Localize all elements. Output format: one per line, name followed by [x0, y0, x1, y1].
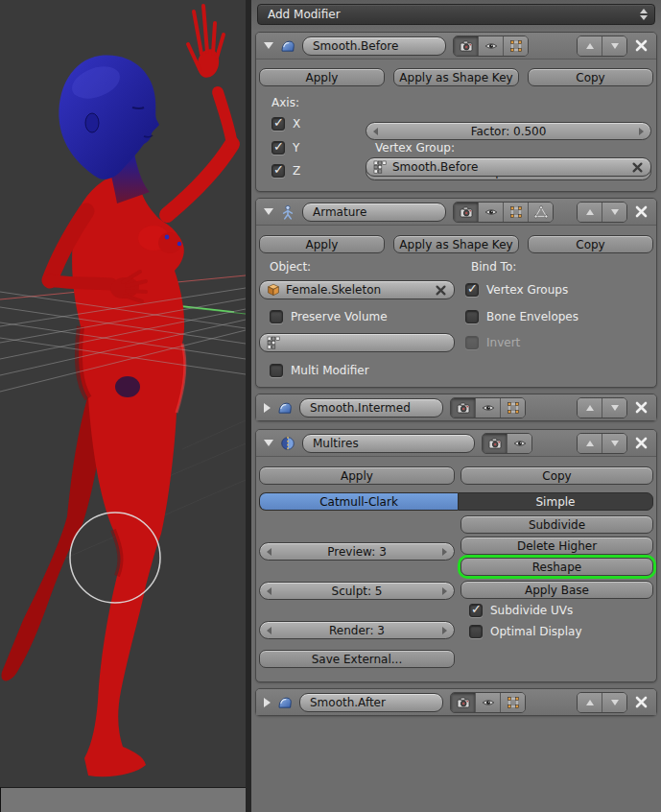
optimal-display-checkbox[interactable] [469, 625, 483, 638]
bone-envelopes-checkbox[interactable] [465, 310, 479, 323]
apply-as-shape-key-button[interactable]: Apply as Shape Key [393, 68, 519, 86]
viewport-3d[interactable] [0, 0, 246, 787]
up-arrow-icon [586, 209, 594, 215]
sculpt-slider[interactable]: Sculpt: 5 [259, 582, 455, 600]
down-arrow-icon [611, 43, 619, 49]
render-visibility-toggle[interactable] [483, 434, 507, 453]
object-field[interactable]: Female.Skeleton [259, 280, 455, 299]
apply-as-shape-key-button[interactable]: Apply as Shape Key [393, 235, 519, 253]
clear-object-button[interactable] [435, 284, 447, 297]
vertex-group-field[interactable]: Smooth.Before [366, 157, 651, 177]
vertex-group-value: Smooth.Before [392, 160, 478, 174]
reshape-button[interactable]: Reshape [460, 558, 653, 576]
axis-z-label: Z [293, 164, 300, 178]
editmode-display-toggle[interactable] [503, 203, 528, 222]
viewport-visibility-toggle[interactable] [478, 203, 503, 222]
move-up-button[interactable] [578, 434, 602, 453]
preserve-volume-checkbox[interactable] [270, 310, 283, 323]
collapse-toggle-icon[interactable] [264, 440, 273, 446]
modifier-header[interactable]: Armature [256, 199, 656, 226]
render-visibility-toggle[interactable] [451, 398, 475, 418]
viewport-header-bar[interactable] [0, 787, 246, 812]
apply-button[interactable]: Apply [259, 466, 455, 485]
slider-left-arrow-icon [267, 627, 271, 634]
apply-button[interactable]: Apply [259, 235, 385, 253]
multi-modifier-checkbox[interactable] [270, 364, 283, 377]
object-cube-icon [267, 283, 280, 297]
subdivide-button[interactable]: Subdivide [460, 515, 653, 534]
display-toggle-group [450, 692, 526, 713]
armature-vertex-group-field[interactable] [259, 333, 455, 352]
viewport-visibility-toggle[interactable] [478, 36, 503, 56]
delete-higher-button[interactable]: Delete Higher [460, 537, 653, 555]
eye-icon [484, 39, 498, 53]
factor-value: Factor: 0.500 [471, 125, 547, 138]
collapse-toggle-icon[interactable] [264, 42, 273, 49]
viewport-visibility-toggle[interactable] [507, 434, 531, 453]
move-down-button[interactable] [602, 203, 626, 222]
camera-icon [488, 437, 502, 450]
slider-left-arrow-icon [373, 128, 378, 135]
editmode-display-toggle[interactable] [500, 398, 525, 418]
render-visibility-toggle[interactable] [451, 693, 475, 712]
viewport-visibility-toggle[interactable] [475, 398, 500, 418]
modifier-name-field[interactable]: Smooth.Intermed [299, 398, 443, 418]
move-up-button[interactable] [578, 36, 602, 56]
move-up-button[interactable] [578, 203, 602, 222]
viewport-canvas[interactable] [0, 0, 246, 787]
move-down-button[interactable] [602, 36, 626, 56]
axis-x-checkbox[interactable] [271, 117, 285, 131]
optimal-display-label: Optimal Display [490, 625, 582, 638]
render-visibility-toggle[interactable] [454, 203, 478, 222]
save-external-button[interactable]: Save External... [259, 650, 455, 668]
modifier-name-field[interactable]: Smooth.Before [302, 36, 446, 56]
copy-button[interactable]: Copy [528, 68, 653, 86]
axis-y-checkbox[interactable] [271, 141, 285, 155]
editmode-display-toggle[interactable] [503, 36, 528, 56]
delete-modifier-button[interactable] [634, 695, 649, 709]
viewport-visibility-toggle[interactable] [475, 693, 500, 712]
move-down-button[interactable] [602, 434, 626, 453]
modifier-header[interactable]: Smooth.After [256, 689, 656, 715]
catmull-clark-option[interactable]: Catmull-Clark [259, 492, 458, 511]
move-modifier-group [577, 692, 627, 713]
invert-checkbox[interactable] [465, 336, 479, 349]
modifier-header[interactable]: Multires [256, 430, 656, 457]
copy-button[interactable]: Copy [460, 466, 653, 485]
on-cage-toggle[interactable] [528, 203, 553, 222]
apply-base-button[interactable]: Apply Base [460, 581, 653, 599]
preview-slider[interactable]: Preview: 3 [259, 542, 455, 561]
add-modifier-dropdown[interactable]: Add Modifier [257, 4, 655, 25]
clear-vertex-group-button[interactable] [631, 161, 644, 174]
subdivide-uvs-checkbox[interactable] [469, 604, 483, 617]
modifier-header[interactable]: Smooth.Before [256, 33, 656, 60]
move-up-button[interactable] [578, 398, 602, 418]
modifier-name-field[interactable]: Multires [302, 434, 475, 453]
editmode-display-toggle[interactable] [500, 693, 525, 712]
move-up-button[interactable] [578, 693, 602, 712]
render-visibility-toggle[interactable] [454, 36, 478, 56]
delete-modifier-button[interactable] [634, 204, 649, 219]
apply-button[interactable]: Apply [259, 68, 385, 86]
vertex-groups-label: Vertex Groups [486, 283, 568, 297]
vertex-groups-checkbox[interactable] [465, 283, 479, 297]
copy-button[interactable]: Copy [528, 235, 653, 253]
axis-z-checkbox[interactable] [271, 164, 285, 178]
move-down-button[interactable] [602, 398, 626, 418]
render-slider[interactable]: Render: 3 [259, 621, 455, 639]
delete-modifier-button[interactable] [634, 436, 649, 450]
subdivision-type-toggle: Catmull-Clark Simple [259, 492, 653, 511]
camera-icon [457, 696, 470, 709]
collapse-toggle-icon[interactable] [264, 698, 271, 707]
move-down-button[interactable] [602, 693, 626, 712]
modifier-name-field[interactable]: Armature [302, 203, 446, 222]
modifier-header[interactable]: Smooth.Intermed [256, 394, 656, 420]
collapse-toggle-icon[interactable] [264, 208, 273, 215]
multires-modifier-icon [280, 436, 295, 451]
simple-option[interactable]: Simple [458, 492, 653, 511]
delete-modifier-button[interactable] [634, 400, 649, 415]
factor-slider[interactable]: Factor: 0.500 [366, 122, 651, 140]
delete-modifier-button[interactable] [634, 38, 649, 53]
collapse-toggle-icon[interactable] [264, 403, 271, 413]
modifier-name-field[interactable]: Smooth.After [299, 693, 443, 712]
